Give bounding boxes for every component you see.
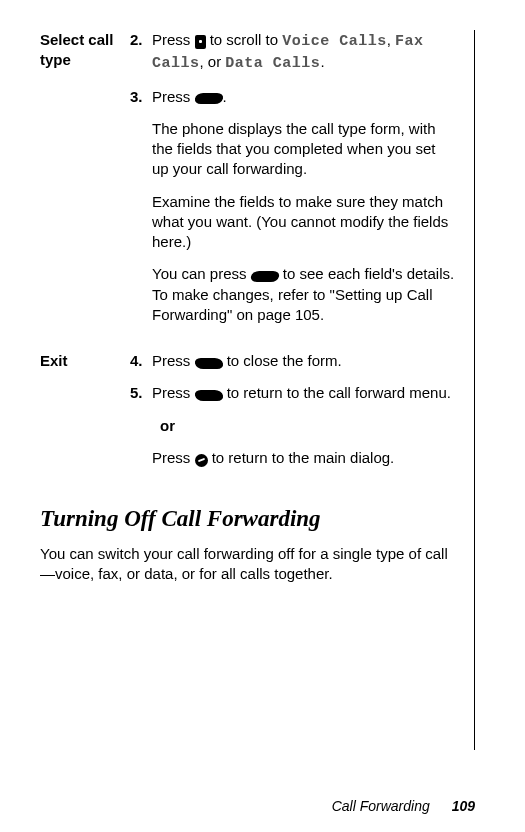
step4-post: to close the form. [223, 352, 342, 369]
section-body: You can switch your call forwarding off … [40, 544, 456, 585]
step5-post: to return to the call forward menu. [223, 384, 451, 401]
alt-return: Press to return to the main dialog. [152, 448, 456, 468]
sep-or: , or [200, 53, 226, 70]
step-4: 4. Press to close the form. [130, 351, 456, 371]
section-heading: Turning Off Call Forwarding [40, 506, 456, 532]
para-display: The phone displays the call type form, w… [152, 119, 456, 180]
page-content: Select call type 2. Press to scroll to V… [40, 30, 475, 750]
alt-a: Press [152, 449, 195, 466]
step-4-num: 4. [130, 351, 152, 371]
para3-a: You can press [152, 265, 251, 282]
end-key-icon [195, 454, 208, 467]
step-3-text: Press . [152, 87, 456, 107]
step-2-end: . [320, 53, 324, 70]
step-2-mid: to scroll to [206, 31, 283, 48]
step-2: 2. Press to scroll to Voice Calls, Fax C… [130, 30, 456, 75]
step4-pre: Press [152, 352, 195, 369]
block-select-call-type: Select call type 2. Press to scroll to V… [40, 30, 456, 337]
step-2-text: Press to scroll to Voice Calls, Fax Call… [152, 30, 456, 75]
step-4-text: Press to close the form. [152, 351, 456, 371]
softkey-right-icon [250, 271, 280, 282]
softkey-right-icon [193, 93, 223, 104]
step-2-num: 2. [130, 30, 152, 75]
block-exit: Exit 4. Press to close the form. 5. Pres… [40, 351, 456, 480]
step5-pre: Press [152, 384, 195, 401]
option-voice-calls: Voice Calls [282, 33, 387, 50]
body-exit: 4. Press to close the form. 5. Press to … [130, 351, 456, 480]
step-3-pre: Press [152, 88, 195, 105]
step-3: 3. Press . [130, 87, 456, 107]
scroll-key-icon [195, 35, 206, 49]
option-data-calls: Data Calls [225, 55, 320, 72]
para-examine: Examine the fields to make sure they mat… [152, 192, 456, 253]
footer-title: Call Forwarding [332, 798, 430, 814]
label-select-call-type: Select call type [40, 30, 130, 337]
body-select-call-type: 2. Press to scroll to Voice Calls, Fax C… [130, 30, 456, 337]
softkey-left-icon [193, 390, 223, 401]
softkey-left-icon [193, 358, 223, 369]
alt-b: to return to the main dialog. [208, 449, 395, 466]
step-5-num: 5. [130, 383, 152, 403]
or-separator: or [160, 416, 456, 436]
label-exit: Exit [40, 351, 130, 480]
step-5: 5. Press to return to the call forward m… [130, 383, 456, 403]
footer-page-number: 109 [452, 798, 475, 814]
para-details: You can press to see each field's detail… [152, 264, 456, 325]
page-footer: Call Forwarding 109 [332, 798, 475, 814]
step-3-num: 3. [130, 87, 152, 107]
step-2-pre: Press [152, 31, 195, 48]
step-5-text: Press to return to the call forward menu… [152, 383, 456, 403]
sep1: , [387, 31, 395, 48]
